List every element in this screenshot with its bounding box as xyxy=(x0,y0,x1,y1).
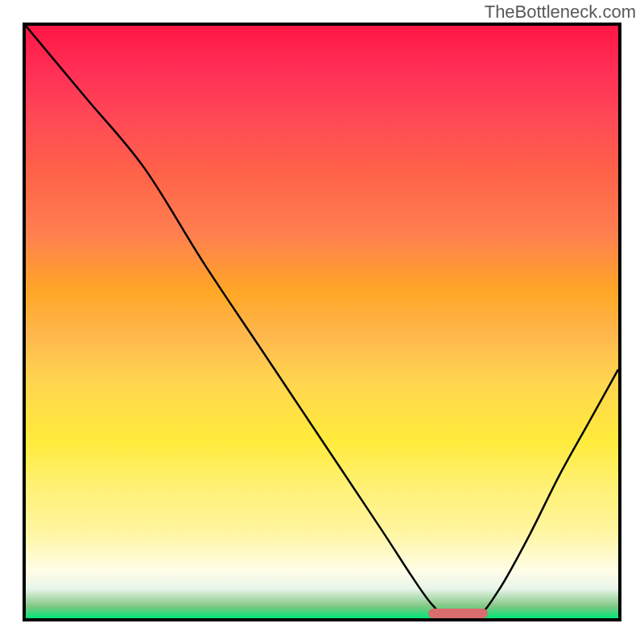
bottleneck-curve-path xyxy=(26,26,618,618)
chart-svg xyxy=(26,26,618,618)
watermark-text: TheBottleneck.com xyxy=(485,2,636,23)
chart-frame xyxy=(23,23,621,621)
optimal-range-marker xyxy=(428,609,488,618)
